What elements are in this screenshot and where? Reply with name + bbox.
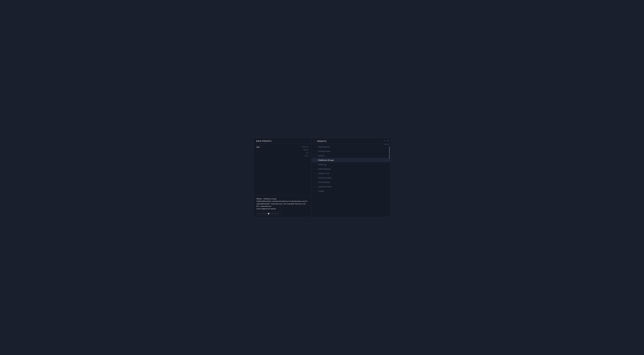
confirm-button[interactable]: ✓ [384,140,385,142]
top-right-controls: ✓ ✕ [384,140,389,142]
scrollbar-visual [389,146,390,158]
close-button[interactable]: ✕ [387,140,389,142]
info-text: PRESET - Chalkhorse Scrape TUNED PERCUSS… [256,198,308,210]
info-line5: Layers triggered via velocity [256,208,308,210]
category-classical[interactable]: Classical [302,146,308,148]
category-tales[interactable]: Tales [304,155,308,157]
star-icon[interactable]: ☆ [314,164,316,166]
preset-name: Cedar Blossom [318,146,330,148]
star-icon[interactable]: ☆ [314,186,316,188]
star-icon[interactable]: ☆ [314,168,316,170]
star-icon[interactable]: ☆ [314,150,316,152]
list-item[interactable]: ☆Chalkhorse Scrape [312,158,390,162]
preset-name: Childs Play [318,164,327,166]
info-section: PRESET - Chalkhorse Scrape TUNED PERCUSS… [254,195,311,217]
info-line4: SFX - Castrovalva Atn [256,205,308,208]
category-all[interactable]: ALL [254,145,281,149]
star-icon[interactable]: ☆ [314,181,316,183]
list-item[interactable]: ☆Cerulea [312,154,390,158]
list-item[interactable]: ☆Contemplaiting [312,180,390,184]
preset-name: Cerulea [318,155,324,156]
presets-title: PRESETS [317,140,326,142]
list-item[interactable]: ☆Childs Play [312,162,390,167]
star-icon[interactable]: ☆ [314,155,316,156]
star-icon[interactable]: ☆ [314,190,316,192]
list-item[interactable]: ☆Cragfair [312,189,390,193]
preset-name: Chalkhorse Scrape [318,159,334,161]
main-presets-title: MAIN PRESETS [256,140,308,142]
star-icon[interactable]: ☆ [314,159,316,161]
volume-slider-thumb[interactable] [268,213,270,214]
counter-text: 26/198 [384,144,389,145]
cat-right: Classical Hybrid Air Tales [281,145,311,157]
categories-section: ALL Classical Hybrid Air Tales [254,144,311,195]
cat-left: ALL [254,145,281,157]
info-line1: PRESET - Chalkhorse Scrape [256,198,308,200]
right-panel: ✓ ✕ ☆ PRESETS 26/198 ☆Cedar Blossom☆Cele… [312,138,390,217]
category-hybrid[interactable]: Hybrid [304,149,308,151]
preset-list[interactable]: ☆Cedar Blossom☆Celestial Voices☆Cerulea☆… [312,144,390,217]
right-header: ☆ PRESETS [312,138,390,144]
list-item[interactable]: ☆Coldmoor Fell [312,171,390,176]
list-item[interactable]: ☆Controlled Chaos [312,184,390,189]
app-container: MAIN PRESETS ALL Classical Hybrid Air Ta… [253,138,391,217]
star-icon[interactable]: ☆ [314,146,316,148]
preset-name: Cragfair [318,190,324,192]
preset-name: Confused Lullaby [318,177,332,179]
list-item[interactable]: ☆Confused Lullaby [312,176,390,180]
preset-name: Coldmoor Fell [318,172,329,174]
preset-name: Celestial Voices [318,150,330,152]
left-panel: MAIN PRESETS ALL Classical Hybrid Air Ta… [254,138,312,217]
category-air[interactable]: Air [306,152,308,154]
info-line3: LOW PERCUSSION - Timp Drone Sus 1 Atn, T… [256,203,308,205]
categories-grid: ALL Classical Hybrid Air Tales [254,145,311,157]
list-item[interactable]: ☆Celestial Voices [312,149,390,154]
left-header: MAIN PRESETS [254,138,311,144]
presets-star-icon: ☆ [314,140,316,142]
star-icon[interactable]: ☆ [314,177,316,179]
volume-icon: ◄ [258,213,260,214]
info-line2: TUNED PERCUSSION - Marimba Hit Swell Sus… [256,200,308,202]
list-item[interactable]: ☆Coded Whispers [312,167,390,171]
preset-name: Contemplaiting [318,181,330,183]
preset-name: Controlled Chaos [318,186,332,188]
star-icon[interactable]: ☆ [314,172,316,174]
list-item[interactable]: ☆Cedar Blossom [312,144,390,149]
volume-slider[interactable] [261,214,279,214]
volume-control[interactable]: ◄ [256,212,281,216]
preset-name: Coded Whispers [318,168,331,170]
